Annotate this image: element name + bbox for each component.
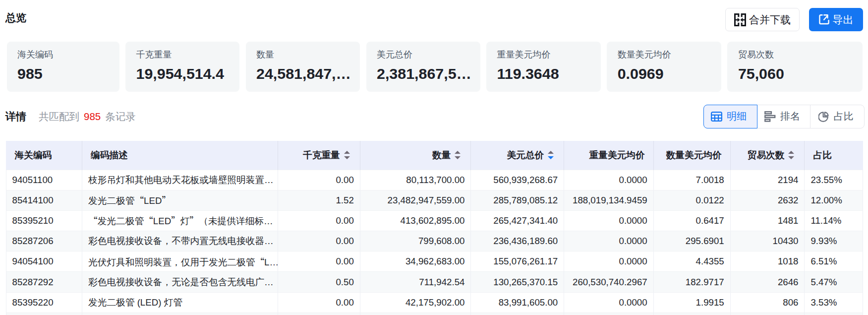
table-cell: 23.55% xyxy=(805,170,863,190)
table-cell: 彩色电视接收设备，无论是否包含无线电广… xyxy=(82,272,278,292)
column-header-label: 贸易次数 xyxy=(748,149,785,162)
top-actions: 合并下载 导出 xyxy=(725,8,863,31)
table-cell: 155,076,261.17 xyxy=(471,252,564,272)
table-cell: 34,962,683.00 xyxy=(360,252,471,272)
table-cell: 3.53% xyxy=(805,292,863,313)
sort-carets[interactable] xyxy=(344,151,350,159)
sort-caret-up-icon[interactable] xyxy=(548,151,554,154)
column-header-cell: 贸易次数 xyxy=(739,149,796,162)
table-cell: 1.52 xyxy=(278,190,360,210)
table-cell: 188,019,134.9459 xyxy=(564,190,654,210)
table-cell xyxy=(82,313,278,315)
column-header-label: 海关编码 xyxy=(15,149,52,162)
table-cell: 806 xyxy=(730,292,805,313)
table-cell: 11.14% xyxy=(805,210,863,231)
sort-carets[interactable] xyxy=(788,151,794,159)
stat-card-label: 美元总价 xyxy=(377,49,480,60)
table-cell: 94051100 xyxy=(6,170,82,190)
column-header-label: 重量美元均价 xyxy=(589,149,645,162)
column-header-cell: 占比 xyxy=(813,149,854,162)
view-tabs: 明细排名占比 xyxy=(703,105,865,128)
table-row: 85287292彩色电视接收设备，无论是否包含无线电广…0.50711,942.… xyxy=(6,272,863,292)
table-cell: 285,789,085.12 xyxy=(471,190,564,210)
table-cell: 85395220 xyxy=(6,292,82,313)
table-row: 85414100发光二极管“LED”1.5223,482,947,559.002… xyxy=(6,190,863,210)
table-cell: 0.0122 xyxy=(653,190,730,210)
bar-chart-icon xyxy=(764,111,776,122)
sort-caret-down-icon[interactable] xyxy=(788,156,794,159)
table-row-partial xyxy=(6,313,863,315)
tab-label: 明细 xyxy=(727,110,747,123)
table-cell: 0.00 xyxy=(278,292,360,313)
pie-chart-icon xyxy=(818,111,829,122)
sort-caret-up-icon[interactable] xyxy=(344,151,350,154)
stat-card: 千克重量 19,954,514.4 xyxy=(125,42,239,92)
table-cell xyxy=(653,313,730,315)
data-table: 海关编码编码描述千克重量 数量 美元总价 重量美元均价数量美元均价贸易次数 占比… xyxy=(6,141,864,315)
column-header[interactable]: 美元总价 xyxy=(471,141,564,170)
table-cell: 94054100 xyxy=(6,252,82,272)
stat-card-value: 985 xyxy=(17,64,119,83)
tab-明细[interactable]: 明细 xyxy=(703,105,757,128)
table-cell: 7.0018 xyxy=(653,170,730,190)
table-cell: 光伏灯具和照明装置，仅用于发光二极管“L… xyxy=(82,252,278,272)
column-header-label: 编码描述 xyxy=(91,149,128,162)
table-cell: 1481 xyxy=(730,210,805,231)
data-table-wrap: 海关编码编码描述千克重量 数量 美元总价 重量美元均价数量美元均价贸易次数 占比… xyxy=(6,141,863,315)
stat-card: 海关编码 985 xyxy=(7,42,119,92)
table-cell: 0.00 xyxy=(278,231,360,252)
table-header-row: 海关编码编码描述千克重量 数量 美元总价 重量美元均价数量美元均价贸易次数 占比 xyxy=(6,141,863,170)
stat-card-value: 0.0969 xyxy=(618,64,721,83)
sort-caret-down-icon[interactable] xyxy=(455,156,461,159)
table-cell: 0.00 xyxy=(278,210,360,231)
sort-carets[interactable] xyxy=(455,151,461,159)
table-cell: 0.0000 xyxy=(564,252,654,272)
stat-card-value: 24,581,847,… xyxy=(256,64,360,83)
table-icon xyxy=(711,112,722,122)
merge-download-button[interactable]: 合并下载 xyxy=(725,8,800,31)
sort-caret-up-icon[interactable] xyxy=(455,151,461,154)
table-cell: 0.0000 xyxy=(564,170,654,190)
column-header[interactable]: 贸易次数 xyxy=(730,141,805,170)
export-icon xyxy=(819,14,829,25)
table-cell: 1018 xyxy=(730,252,805,272)
table-cell xyxy=(6,313,82,315)
stat-card-label: 海关编码 xyxy=(17,49,119,60)
column-header-cell: 数量美元均价 xyxy=(662,149,722,162)
table-cell xyxy=(564,313,654,315)
stat-card-label: 数量 xyxy=(256,49,360,60)
column-header-label: 数量美元均价 xyxy=(666,149,722,162)
table-cell: 0.00 xyxy=(278,252,360,272)
table-cell: 0.0000 xyxy=(564,231,654,252)
export-button[interactable]: 导出 xyxy=(809,8,863,31)
column-header[interactable]: 数量 xyxy=(360,141,471,170)
column-header[interactable]: 千克重量 xyxy=(278,141,360,170)
sort-caret-down-icon[interactable] xyxy=(548,156,554,159)
table-cell: 2194 xyxy=(730,170,805,190)
table-cell: 0.0000 xyxy=(564,292,654,313)
column-header-cell: 美元总价 xyxy=(479,149,555,162)
tab-label: 排名 xyxy=(780,110,800,123)
column-header-cell: 重量美元均价 xyxy=(573,149,645,162)
table-cell xyxy=(471,313,564,315)
matched-suffix: 条记录 xyxy=(105,111,136,122)
table-body: 94051100枝形吊灯和其他电动天花板或墙壁照明装置…0.0080,113,7… xyxy=(6,170,863,315)
table-row: 85395210“发光二极管“LED”灯”（未提供详细标…0.00413,602… xyxy=(6,210,863,231)
table-row: 85287206彩色电视接收设备，不带内置无线电接收器…0.00799,608.… xyxy=(6,231,863,252)
table-cell: 265,427,341.40 xyxy=(471,210,564,231)
stat-cards: 海关编码 985千克重量 19,954,514.4数量 24,581,847,…… xyxy=(7,42,863,92)
merge-cells-icon xyxy=(734,13,746,26)
tab-排名[interactable]: 排名 xyxy=(757,105,811,128)
table-cell: 23,482,947,559.00 xyxy=(360,190,471,210)
tab-占比[interactable]: 占比 xyxy=(810,105,864,128)
table-cell: 发光二极管 (LED) 灯管 xyxy=(82,292,278,313)
table-cell xyxy=(805,313,863,315)
sort-carets[interactable] xyxy=(548,151,554,159)
detail-bar: 详情 共匹配到985条记录 xyxy=(5,105,136,128)
table-row: 94054100光伏灯具和照明装置，仅用于发光二极管“L…0.0034,962,… xyxy=(6,252,863,272)
sort-caret-up-icon[interactable] xyxy=(788,151,794,154)
table-cell: 9.93% xyxy=(805,231,863,252)
column-header: 占比 xyxy=(805,141,863,170)
sort-caret-down-icon[interactable] xyxy=(344,156,350,159)
table-cell: 711,942.54 xyxy=(360,272,471,292)
